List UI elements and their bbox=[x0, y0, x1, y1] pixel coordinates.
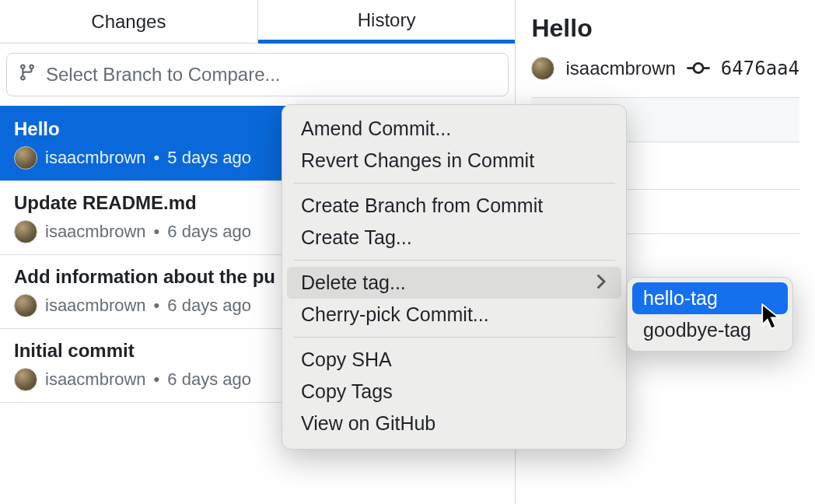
menu-copy-sha[interactable]: Copy SHA bbox=[282, 344, 626, 376]
meta-separator: • bbox=[154, 148, 160, 168]
avatar bbox=[14, 368, 37, 391]
menu-cherry-pick[interactable]: Cherry-pick Commit... bbox=[282, 299, 626, 331]
menu-label: Revert Changes in Commit bbox=[301, 149, 534, 172]
menu-label: Copy Tags bbox=[301, 380, 393, 403]
chevron-right-icon bbox=[596, 273, 607, 293]
detail-commit-title: Hello bbox=[531, 14, 799, 43]
menu-label: Amend Commit... bbox=[301, 117, 451, 140]
commit-when: 5 days ago bbox=[167, 148, 251, 168]
menu-separator bbox=[293, 183, 615, 184]
menu-label: Create Tag... bbox=[301, 226, 412, 249]
commit-author: isaacmbrown bbox=[45, 222, 146, 242]
branch-compare-select[interactable]: Select Branch to Compare... bbox=[6, 53, 509, 96]
commit-when: 6 days ago bbox=[167, 369, 251, 390]
avatar bbox=[531, 57, 554, 80]
menu-separator bbox=[293, 337, 615, 338]
meta-separator: • bbox=[154, 296, 160, 316]
menu-revert-changes[interactable]: Revert Changes in Commit bbox=[282, 145, 626, 177]
git-branch-icon bbox=[18, 63, 37, 86]
menu-label: Cherry-pick Commit... bbox=[301, 303, 489, 326]
commit-author: isaacmbrown bbox=[45, 296, 146, 316]
menu-label: Copy SHA bbox=[301, 348, 392, 371]
menu-create-tag[interactable]: Create Tag... bbox=[282, 222, 626, 254]
menu-create-branch[interactable]: Create Branch from Commit bbox=[282, 190, 626, 222]
tab-history[interactable]: History bbox=[258, 0, 516, 44]
commit-author: isaacmbrown bbox=[45, 148, 146, 168]
branch-compare-placeholder: Select Branch to Compare... bbox=[46, 64, 280, 86]
menu-label: View on GitHub bbox=[301, 412, 435, 435]
commit-author: isaacmbrown bbox=[45, 369, 146, 390]
menu-delete-tag[interactable]: Delete tag... bbox=[287, 267, 621, 299]
commit-when: 6 days ago bbox=[167, 222, 251, 242]
menu-label: Delete tag... bbox=[301, 271, 406, 294]
meta-separator: • bbox=[154, 369, 160, 390]
git-commit-icon bbox=[687, 57, 710, 80]
detail-commit-sha: 6476aa4 bbox=[721, 58, 799, 79]
detail-commit-meta: isaacmbrown 6476aa4 bbox=[531, 57, 799, 80]
avatar bbox=[14, 146, 37, 170]
cursor-icon bbox=[761, 303, 782, 330]
menu-separator bbox=[293, 260, 615, 261]
tab-changes[interactable]: Changes bbox=[0, 0, 258, 44]
menu-copy-tags[interactable]: Copy Tags bbox=[282, 376, 626, 408]
meta-separator: • bbox=[154, 222, 160, 242]
avatar bbox=[14, 294, 37, 317]
avatar bbox=[14, 220, 37, 243]
commit-when: 6 days ago bbox=[167, 296, 251, 316]
menu-label: Create Branch from Commit bbox=[301, 194, 543, 217]
menu-amend-commit[interactable]: Amend Commit... bbox=[282, 113, 626, 145]
menu-view-github[interactable]: View on GitHub bbox=[282, 408, 626, 439]
tabs-bar: Changes History bbox=[0, 0, 515, 44]
context-menu: Amend Commit... Revert Changes in Commit… bbox=[282, 104, 627, 450]
detail-commit-author: isaacmbrown bbox=[565, 58, 675, 79]
